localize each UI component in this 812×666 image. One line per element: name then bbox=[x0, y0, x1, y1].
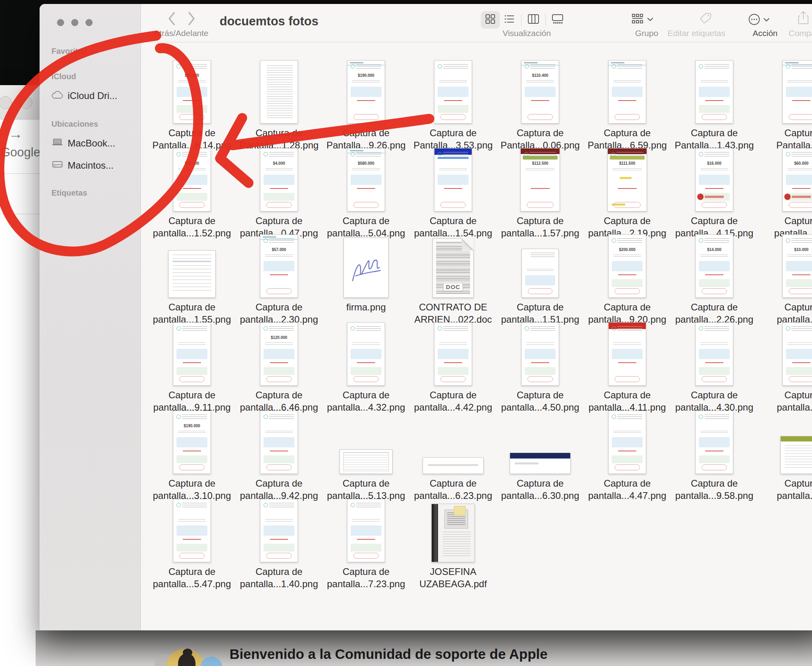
icon-view-button[interactable] bbox=[481, 11, 500, 29]
file-item[interactable]: $10.000Capturapantalla...8. bbox=[758, 234, 812, 325]
file-thumbnail bbox=[343, 238, 389, 298]
file-item[interactable]: Captura depantalla...5.13.png bbox=[323, 410, 410, 502]
file-item[interactable]: Captura dePantalla...1.43.png bbox=[671, 59, 758, 151]
file-item[interactable]: Captura depantalla...4.11.png bbox=[584, 322, 671, 413]
forward-button[interactable] bbox=[187, 11, 196, 28]
folded-corner bbox=[462, 238, 474, 250]
share-icon bbox=[797, 10, 809, 27]
file-thumbnail: $50.000 bbox=[173, 60, 211, 124]
close-window-button[interactable] bbox=[57, 19, 64, 26]
file-item[interactable]: Captura depantalla...1.40.png bbox=[235, 498, 323, 590]
sidebar-item-macintosh-hd[interactable]: Macintos... bbox=[51, 160, 114, 171]
file-thumbnail bbox=[434, 60, 472, 124]
laptop-icon bbox=[51, 138, 63, 149]
file-item[interactable]: Captura depantalla...4.47.png bbox=[584, 410, 671, 502]
file-thumbnail: $10.000 bbox=[782, 234, 812, 298]
action-caption: Acción bbox=[753, 29, 778, 38]
file-item[interactable]: firma.png bbox=[323, 234, 410, 325]
file-thumbnail bbox=[431, 504, 475, 562]
file-item[interactable]: Captura depantalla...5.47.png bbox=[148, 498, 235, 590]
file-item[interactable]: $30.000Captura depantalla...1.52.png bbox=[148, 147, 235, 239]
support-page-strip: Bienvenido a la Comunidad de soporte de … bbox=[36, 630, 812, 666]
list-view-button[interactable] bbox=[500, 11, 519, 29]
file-item[interactable]: $4.000Captura depantalla...0.47.png bbox=[235, 147, 323, 239]
file-thumbnail bbox=[347, 499, 385, 562]
file-item[interactable]: Captura depantalla...4.30.png bbox=[671, 322, 758, 413]
group-button[interactable] bbox=[631, 13, 653, 27]
sidebar-section-favoritos: Favoritos bbox=[51, 47, 87, 56]
file-item[interactable]: Captura dePantalla...6.59.png bbox=[584, 59, 671, 151]
file-item[interactable]: Captura depantalla...9.11.png bbox=[148, 322, 235, 413]
sidebar-item-label: MacBook... bbox=[68, 138, 115, 149]
file-thumbnail: $580.000 bbox=[347, 148, 385, 211]
gallery-view-icon bbox=[551, 14, 564, 26]
file-item[interactable]: DOCCONTRATO DEARRIEN...022.doc bbox=[410, 234, 497, 325]
file-item[interactable]: Captura depantalla...4.32.png bbox=[323, 322, 410, 413]
file-item[interactable]: Captura depantalla...1.55.png bbox=[148, 234, 235, 325]
sidebar-section-ubicaciones: Ubicaciones bbox=[51, 120, 98, 129]
file-item[interactable]: $14.000Captura depantalla...2.26.png bbox=[671, 234, 758, 325]
file-name: Captura depantalla...7.23.png bbox=[327, 565, 405, 590]
file-item[interactable]: $112.500Captura depantalla...1.57.png bbox=[497, 147, 584, 239]
file-item[interactable]: $120.000Captura depantalla...6.46.png bbox=[235, 322, 323, 413]
finder-sidebar: Favoritos iCloud iCloud Dri... Ubicacion… bbox=[40, 4, 141, 630]
file-item[interactable]: Captura depantalla...7.23.png bbox=[323, 498, 410, 590]
book-spine bbox=[432, 504, 438, 562]
edit-tags-button[interactable] bbox=[698, 11, 713, 27]
file-item[interactable]: $200.000Captura depantalla...9.20.png bbox=[584, 234, 671, 325]
file-item[interactable]: $110.400Captura dePantalla...0.06.png bbox=[497, 59, 584, 151]
sidebar-item-icloud-drive[interactable]: iCloud Dri... bbox=[51, 90, 117, 101]
file-thumbnail: $190.000 bbox=[173, 411, 211, 474]
amount-text: $60.000 bbox=[783, 161, 812, 166]
file-item[interactable]: $57.000Captura depantalla...2.30.png bbox=[235, 234, 323, 325]
file-item[interactable]: CapturaPantalla...9. bbox=[758, 59, 812, 151]
sidebar-item-macbook[interactable]: MacBook... bbox=[51, 138, 115, 149]
file-item[interactable]: Captura depantalla...1.51.png bbox=[497, 234, 584, 325]
file-item[interactable]: Capturapantalla...9. bbox=[758, 322, 812, 413]
file-item[interactable]: $580.000Captura depantalla...5.04.png bbox=[323, 147, 410, 239]
amount-text: $14.000 bbox=[696, 247, 733, 252]
chevron-down-icon bbox=[647, 16, 653, 23]
minimize-window-button[interactable] bbox=[71, 19, 78, 26]
file-item[interactable]: Captura depantalla...6.23.png bbox=[410, 410, 497, 502]
file-item[interactable]: $111.500Captura depantalla...2.19.png bbox=[584, 147, 671, 239]
file-item[interactable]: Capturapantalla...6. bbox=[758, 410, 812, 502]
column-view-icon bbox=[527, 14, 539, 26]
file-thumbnail bbox=[434, 322, 472, 386]
action-ellipsis-icon bbox=[747, 13, 761, 28]
file-thumbnail: $60.000 bbox=[782, 148, 812, 211]
file-item[interactable]: JOSEFINAUZABEAGA.pdf bbox=[410, 498, 497, 590]
google-label[interactable]: Google bbox=[1, 145, 40, 160]
column-view-button[interactable] bbox=[524, 11, 543, 29]
file-item[interactable]: Captura depantalla...4.42.png bbox=[410, 322, 497, 413]
browser-traffic-light[interactable] bbox=[20, 96, 32, 109]
file-item[interactable]: Captura depantalla...1.54.png bbox=[410, 147, 497, 239]
file-item[interactable]: Captura depantalla...4.50.png bbox=[497, 322, 584, 413]
file-item[interactable]: Captura depantalla...6.30.png bbox=[497, 410, 584, 502]
back-button[interactable] bbox=[167, 11, 176, 28]
file-item[interactable]: Captura depantalla...9.42.png bbox=[235, 410, 323, 502]
file-item[interactable]: $190.000Captura dePantalla...9.26.png bbox=[323, 59, 410, 151]
browser-traffic-light[interactable] bbox=[0, 96, 12, 109]
file-row: $190.000Captura depantalla...3.10.pngCap… bbox=[148, 410, 812, 502]
group-icon bbox=[631, 13, 645, 27]
support-heading: Bienvenido a la Comunidad de soporte de … bbox=[230, 646, 548, 662]
file-item[interactable]: $50.000Captura dePantalla...6.14.png bbox=[148, 59, 235, 151]
file-item[interactable]: Captura depantalla...9.58.png bbox=[671, 410, 758, 502]
zoom-window-button[interactable] bbox=[85, 19, 93, 26]
file-item[interactable]: Captura dePantalla...3.53.png bbox=[410, 59, 497, 151]
action-button[interactable] bbox=[747, 13, 770, 28]
file-item[interactable]: $190.000Captura depantalla...3.10.png bbox=[148, 410, 235, 502]
gallery-view-button[interactable] bbox=[548, 11, 567, 29]
file-thumbnail: $30.000 bbox=[173, 148, 211, 211]
sticky-note bbox=[454, 506, 466, 516]
view-switcher bbox=[481, 11, 567, 29]
file-item[interactable]: $60.000Capturapantalla...2.4 bbox=[758, 147, 812, 239]
file-item[interactable]: Captura dePantalla...1.28.png bbox=[235, 59, 323, 151]
forward-arrow-icon[interactable]: → bbox=[9, 126, 23, 142]
file-row: Captura depantalla...1.55.png$57.000Capt… bbox=[148, 234, 812, 325]
divider bbox=[545, 14, 546, 26]
share-button[interactable] bbox=[797, 10, 809, 27]
file-item[interactable]: $16.000Captura depantalla...4.15.png bbox=[671, 147, 758, 239]
edit-tags-caption: Editar etiquetas bbox=[668, 29, 725, 38]
